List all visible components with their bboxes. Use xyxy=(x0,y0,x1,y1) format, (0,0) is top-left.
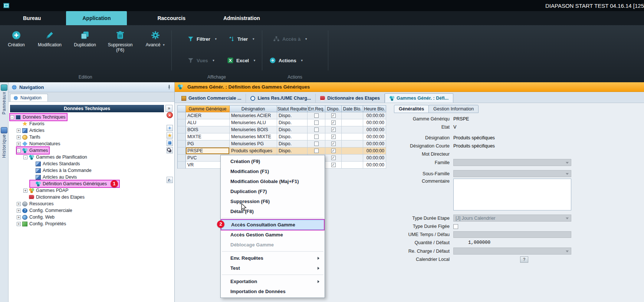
cell-date-blo[interactable] xyxy=(342,112,363,119)
menu-item[interactable]: Exportation xyxy=(221,276,325,286)
menu-item[interactable]: Suppression (F6) xyxy=(221,196,325,206)
tree-item[interactable]: Articles au Devis xyxy=(30,174,78,180)
cell-date-blo[interactable] xyxy=(342,140,363,147)
suppression-button[interactable]: Suppression (F6) xyxy=(103,29,137,53)
err-req-checkbox[interactable] xyxy=(314,127,319,132)
tree-item[interactable]: - Données Techniques xyxy=(10,114,67,120)
row-selector[interactable] xyxy=(178,140,186,147)
tree-item[interactable]: - Gammes xyxy=(17,147,49,154)
tree-item[interactable]: + Nomenclatures xyxy=(17,140,61,147)
tab-raccourcis[interactable]: Raccourcis xyxy=(148,11,194,25)
trier-button[interactable]: Trier ▼ xyxy=(228,36,255,42)
row-selector[interactable] xyxy=(178,126,186,133)
dispo-checkbox[interactable] xyxy=(331,142,336,146)
row-selector[interactable] xyxy=(178,112,186,119)
cell-designation[interactable]: Menuiseries ACIER xyxy=(230,112,277,119)
table-row[interactable]: BOIS Menuiseries BOIS Dispo. 00:00:00 xyxy=(178,126,386,133)
tree-expander[interactable]: + xyxy=(17,129,21,133)
column-header-statut-requete[interactable]: Statut Requête xyxy=(277,106,308,112)
tree-item[interactable]: + Config. Commerciale xyxy=(17,207,73,214)
cell-date-blo[interactable] xyxy=(342,162,363,169)
tree-item[interactable]: + Config. Propriétés xyxy=(17,220,67,227)
tree-item[interactable]: + Config. Web xyxy=(17,214,56,220)
avance-button[interactable]: Avancé▼ xyxy=(139,29,171,53)
err-req-checkbox[interactable] xyxy=(314,113,319,118)
err-req-checkbox[interactable] xyxy=(314,120,319,125)
cell-heure-blo[interactable]: 00:00:00 xyxy=(363,147,386,155)
famille-select[interactable] xyxy=(453,159,571,166)
commentaire-textarea[interactable] xyxy=(453,179,571,210)
dispo-checkbox[interactable] xyxy=(331,120,336,125)
tab-gestion-information[interactable]: Gestion Information xyxy=(428,105,479,113)
cell-date-blo[interactable] xyxy=(342,155,363,162)
menu-item[interactable]: Modification (F1) xyxy=(221,166,325,176)
tree-item[interactable]: Dictionnaire des Etapes xyxy=(23,194,86,200)
dispo-checkbox[interactable] xyxy=(331,113,336,118)
tree-expander[interactable]: + xyxy=(17,215,21,219)
cell-statut-requete[interactable]: Dispo. xyxy=(277,119,308,126)
cell-heure-blo[interactable]: 00:00:00 xyxy=(363,119,386,126)
menu-item[interactable]: Test xyxy=(221,263,325,273)
cell-heure-blo[interactable]: 00:00:00 xyxy=(363,162,386,169)
menu-item[interactable]: 2 Accès Consultation Gamme xyxy=(221,220,324,230)
document-tab[interactable]: Dictionnaire des Etapes xyxy=(316,94,385,103)
cell-date-blo[interactable] xyxy=(342,133,363,140)
panneaux-vertical-tab[interactable]: Panneaux xyxy=(1,91,7,117)
historique-dock-icon[interactable] xyxy=(1,127,7,133)
cell-gamme-generique[interactable]: ALU xyxy=(186,119,230,126)
tree-expander[interactable]: - xyxy=(23,155,27,159)
tree-expander[interactable]: + xyxy=(17,222,21,226)
re-charge-select[interactable] xyxy=(453,248,571,255)
cell-dispo[interactable] xyxy=(325,112,342,119)
tree-expander[interactable]: + xyxy=(17,135,21,139)
row-selector[interactable] xyxy=(178,133,186,140)
cell-designation[interactable]: Menuiseries ALU xyxy=(230,119,277,126)
tree-item[interactable]: + Gammes PDAP xyxy=(23,187,69,194)
table-row[interactable]: ALU Menuiseries ALU Dispo. 00:00:00 xyxy=(178,119,386,126)
filtrer-button[interactable]: Filtrer ▼ xyxy=(187,36,217,42)
column-header-err-req[interactable]: Err.Req. xyxy=(308,106,325,112)
cell-gamme-generique[interactable]: BOIS xyxy=(186,126,230,133)
cell-statut-requete[interactable]: Dispo. xyxy=(277,133,308,140)
cell-dispo[interactable] xyxy=(325,140,342,147)
tab-generalites[interactable]: Généralités xyxy=(394,105,429,113)
cell-gamme-generique[interactable]: PRSPE xyxy=(186,147,230,155)
tree-item[interactable]: - Gammes de Planification xyxy=(23,154,88,160)
cell-err-req[interactable] xyxy=(308,133,325,140)
cell-err-req[interactable] xyxy=(308,126,325,133)
type-duree-figee-checkbox[interactable] xyxy=(453,224,458,229)
tree-expander[interactable]: + xyxy=(17,209,21,213)
cell-gamme-generique[interactable]: MIXTE xyxy=(186,133,230,140)
table-row[interactable]: PG Menuiseries PG Dispo. 00:00:00 xyxy=(178,140,386,147)
tree-item[interactable]: + Articles xyxy=(17,127,46,134)
menu-item[interactable]: Importation de Données xyxy=(221,286,325,296)
cell-statut-requete[interactable]: Dispo. xyxy=(277,112,308,119)
column-header-heure-blo[interactable]: Heure Blo. xyxy=(363,106,386,112)
err-req-checkbox[interactable] xyxy=(314,135,319,139)
column-header-designation[interactable]: Désignation xyxy=(230,106,277,112)
tree-item[interactable]: Articles à la Commande xyxy=(30,167,93,174)
cell-gamme-generique[interactable]: PG xyxy=(186,140,230,147)
dispo-checkbox[interactable] xyxy=(331,149,336,153)
err-req-checkbox[interactable] xyxy=(314,142,319,146)
actions-button[interactable]: Actions ▼ xyxy=(269,57,303,64)
cell-heure-blo[interactable]: 00:00:00 xyxy=(363,112,386,119)
expand-panel-button[interactable]: » xyxy=(165,105,172,112)
historique-vertical-tab[interactable]: Historique xyxy=(1,133,7,161)
row-selector[interactable] xyxy=(178,147,186,155)
cell-statut-requete[interactable]: Dispo. xyxy=(277,147,308,155)
creation-button[interactable]: Création xyxy=(2,29,30,53)
tree-expander[interactable]: - xyxy=(17,149,21,153)
dispo-checkbox[interactable] xyxy=(331,135,336,139)
row-selector[interactable] xyxy=(178,119,186,126)
modification-button[interactable]: Modification xyxy=(33,29,67,53)
menu-item[interactable]: Modification Globale (Maj+F1) xyxy=(221,176,325,186)
tree-item[interactable]: + Tarifs xyxy=(17,134,42,140)
row-selector[interactable] xyxy=(178,162,186,169)
cell-err-req[interactable] xyxy=(308,147,325,155)
cell-statut-requete[interactable]: Dispo. xyxy=(277,140,308,147)
menu-item[interactable]: Duplication (F7) xyxy=(221,186,325,196)
dispo-checkbox[interactable] xyxy=(331,163,336,167)
tree-expander[interactable]: + xyxy=(17,202,21,206)
ume-temps-input[interactable] xyxy=(453,231,571,238)
